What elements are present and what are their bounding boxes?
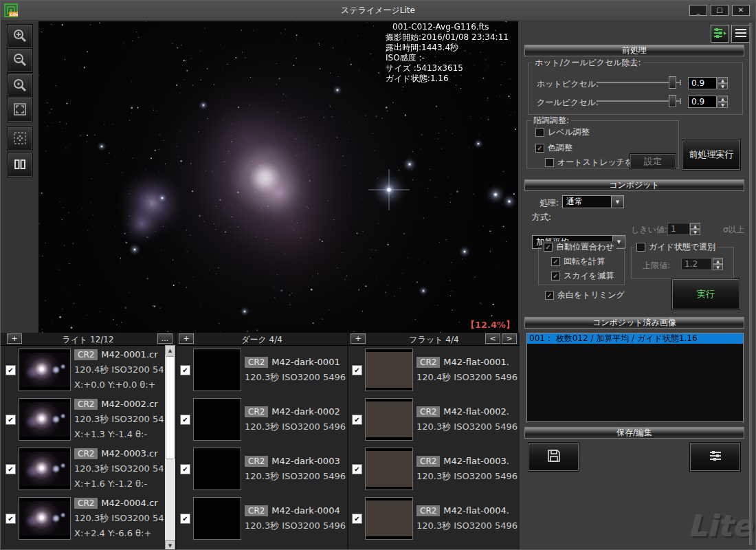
frame-checkbox[interactable]: ✔ (5, 464, 16, 474)
chevron-down-icon[interactable]: ▼ (611, 196, 623, 208)
dark-frame-thumbnail[interactable] (193, 398, 241, 441)
cool-pixel-input[interactable]: 0.9 (688, 96, 717, 108)
frame-checkbox[interactable]: ✔ (180, 514, 190, 524)
frame-checkbox[interactable]: ✔ (352, 514, 362, 524)
spin-down-icon[interactable]: ▼ (713, 264, 723, 270)
threshold-spinner[interactable]: ▲ ▼ (690, 223, 700, 235)
frame-checkbox[interactable]: ✔ (180, 415, 190, 425)
light-frame-row[interactable]: ✔ CR2M42-0004.cr 120.3秒 ISO3200 54 X:+2.… (1, 494, 165, 543)
dark-frame-row[interactable]: ✔ CR2M42-dark-0001 120.3秒 ISO3200 5496 (177, 345, 347, 395)
frame-filename: M42-0004.cr (101, 498, 157, 508)
light-frame-thumbnail[interactable] (19, 497, 71, 540)
flat-frame-thumbnail[interactable] (365, 497, 413, 540)
flat-frame-row[interactable]: ✔ CR2M42-flat-0003. 120.3秒 ISO3200 5496 (348, 444, 520, 494)
frame-checkbox[interactable]: ✔ (352, 365, 362, 375)
settings-button[interactable]: 設定 (630, 154, 676, 168)
flat-frame-thumbnail[interactable] (365, 398, 413, 441)
dark-frame-thumbnail[interactable] (193, 349, 241, 391)
flat-frame-row[interactable]: ✔ CR2M42-flat-0001. 120.4秒 ISO3200 5496 (348, 345, 520, 395)
dark-frame-row[interactable]: ✔ CR2M42-dark-0003 120.3秒 ISO3200 5496 (177, 444, 347, 494)
dark-frame-thumbnail[interactable] (193, 448, 241, 490)
light-more-button[interactable]: ... (157, 333, 173, 344)
dark-frame-row[interactable]: ✔ CR2M42-dark-0002 120.3秒 ISO3200 5496 (177, 395, 347, 444)
panel-scrollbar[interactable] (749, 23, 753, 545)
hot-pixel-slider-handle[interactable] (669, 76, 676, 89)
composited-header: コンポジット済み画像 (524, 317, 744, 329)
frame-checkbox[interactable]: ✔ (5, 415, 16, 425)
spin-down-icon[interactable]: ▼ (690, 229, 700, 235)
save-button[interactable] (529, 443, 579, 471)
frame-offset: X:+1.3 Y:-1.4 θ:- (74, 427, 164, 442)
light-list-scrollbar[interactable]: ▲ ▼ (165, 345, 175, 550)
frame-checkbox[interactable]: ✔ (352, 464, 362, 474)
zoom-in-button[interactable] (7, 24, 33, 49)
fit-screen-button[interactable] (7, 98, 33, 122)
frame-checkbox[interactable]: ✔ (5, 514, 16, 524)
compare-view-button[interactable] (7, 153, 33, 177)
limit-label: 上限値: (643, 260, 670, 272)
format-badge: CR2 (74, 399, 98, 410)
level-adjust-checkbox[interactable]: ✓ レベル調整 (535, 126, 590, 138)
flat-frame-thumbnail[interactable] (365, 349, 413, 391)
zoom-out-button[interactable] (7, 48, 33, 73)
pan-center-button[interactable] (7, 126, 33, 151)
process-select[interactable]: 通常 ▼ (562, 195, 624, 208)
cool-pixel-spinner[interactable]: ▲ ▼ (718, 96, 728, 108)
execute-button[interactable]: 実行 (672, 279, 740, 309)
cool-pixel-slider[interactable] (597, 95, 681, 107)
spin-up-icon[interactable]: ▲ (718, 96, 728, 102)
preprocess-run-button[interactable]: 前処理実行 (682, 140, 740, 170)
light-frame-thumbnail[interactable] (19, 398, 71, 441)
frame-checkbox[interactable]: ✔ (180, 464, 190, 474)
frame-checkbox[interactable]: ✔ (5, 365, 16, 375)
method-label: 方式: (532, 212, 551, 223)
flat-frame-row[interactable]: ✔ CR2M42-flat-0004. 120.3秒 ISO3200 5496 (348, 494, 520, 543)
panel-settings-button[interactable] (711, 25, 729, 43)
sky-subtract-checkbox[interactable]: ✓ スカイを減算 (551, 270, 614, 282)
frame-checkbox[interactable]: ✔ (352, 415, 362, 425)
minimize-button[interactable]: _ (689, 5, 707, 16)
hot-pixel-slider[interactable] (597, 76, 681, 89)
dark-frame-thumbnail[interactable] (193, 497, 241, 540)
limit-input[interactable]: 1.2 (681, 258, 712, 270)
trim-margin-checkbox[interactable]: ✓ 余白をトリミング (545, 289, 625, 301)
frame-offset: X:+2.4 Y:-6.6 θ:+ (74, 526, 164, 541)
panel-menu-button[interactable] (731, 25, 750, 43)
hot-pixel-input[interactable]: 0.9 (688, 77, 717, 89)
frame-checkbox[interactable]: ✔ (180, 365, 190, 375)
spin-down-icon[interactable]: ▼ (718, 102, 728, 108)
flat-frame-thumbnail[interactable] (365, 448, 413, 490)
light-frame-row[interactable]: ✔ CR2M42-0003.cr 120.3秒 ISO3200 54 X:+1.… (1, 444, 165, 494)
cool-pixel-slider-handle[interactable] (669, 95, 676, 107)
maximize-button[interactable]: □ (711, 5, 729, 16)
flat-frame-row[interactable]: ✔ CR2M42-flat-0002. 120.3秒 ISO3200 5496 (348, 395, 520, 444)
scrollbar-thumb[interactable] (166, 356, 175, 459)
image-viewport[interactable]: 001-C012-Avg-G116.fts 撮影開始:2016/01/08 23… (38, 21, 518, 333)
spin-down-icon[interactable]: ▼ (718, 83, 728, 89)
limit-spinner[interactable]: ▲ ▼ (713, 258, 723, 270)
guide-filter-checkbox[interactable]: ✓ ガイド状態で選別 (634, 241, 718, 253)
rotation-checkbox[interactable]: ✓ 回転を計算 (551, 256, 605, 267)
spin-up-icon[interactable]: ▲ (713, 258, 723, 264)
close-button[interactable]: ✕ (732, 5, 750, 16)
auto-align-checkbox[interactable]: ✓ 自動位置合わせ (542, 241, 616, 253)
spin-up-icon[interactable]: ▲ (690, 223, 700, 229)
scroll-up-icon[interactable]: ▲ (165, 345, 175, 355)
prev-page-button[interactable]: < (485, 333, 500, 344)
dark-frame-row[interactable]: ✔ CR2M42-dark-0004 120.3秒 ISO3200 5496 (177, 494, 347, 543)
image-capture-start: 撮影開始:2016/01/08 23:34:11 (386, 32, 509, 43)
edit-button[interactable] (690, 443, 740, 471)
light-frame-row[interactable]: ✔ CR2M42-0001.cr 120.4秒 ISO3200 54 X:+0.… (1, 345, 165, 395)
light-frame-thumbnail[interactable] (19, 349, 71, 391)
light-frame-row[interactable]: ✔ CR2M42-0002.cr 120.3秒 ISO3200 54 X:+1.… (1, 395, 165, 444)
hot-pixel-spinner[interactable]: ▲ ▼ (718, 77, 728, 89)
threshold-input[interactable]: 1 (667, 223, 690, 235)
spin-up-icon[interactable]: ▲ (718, 77, 728, 83)
scroll-down-icon[interactable]: ▼ (165, 540, 175, 550)
color-adjust-checkbox[interactable]: ✓ 色調整 (535, 142, 572, 154)
light-frame-thumbnail[interactable] (19, 448, 71, 490)
zoom-actual-button[interactable] (7, 74, 33, 98)
composited-item-selected[interactable]: 001： 枚数012 / 加算平均 / ガイド状態1.16 (527, 333, 743, 344)
next-page-button[interactable]: > (502, 333, 517, 344)
composited-listbox[interactable]: 001： 枚数012 / 加算平均 / ガイド状態1.16 (526, 333, 744, 422)
